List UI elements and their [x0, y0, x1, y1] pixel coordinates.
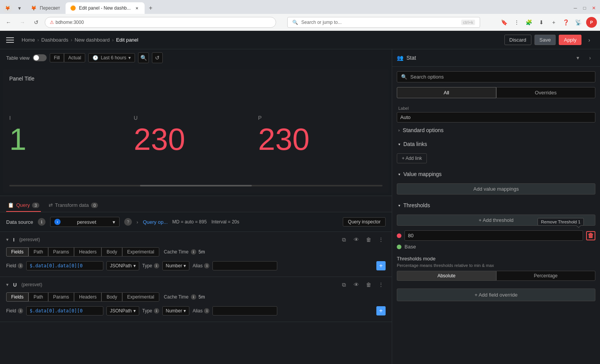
refresh-btn[interactable]: ↺: [152, 52, 163, 63]
download-btn[interactable]: ⬇: [537, 18, 546, 27]
copy-I-btn[interactable]: ⧉: [339, 235, 349, 244]
cache-time-I-info[interactable]: ℹ: [191, 249, 196, 255]
jsonpath-select-U[interactable]: JSONPath ▾: [106, 306, 139, 315]
data-links-header[interactable]: ▾ Data links: [397, 138, 595, 150]
fill-btn[interactable]: Fill: [50, 53, 64, 62]
tab-transform[interactable]: ⇄ Transform data 0: [47, 199, 100, 212]
subtab-U-path[interactable]: Path: [29, 292, 48, 302]
browser-tab-count[interactable]: 🦊: [3, 3, 12, 13]
field-input-U[interactable]: [26, 306, 103, 315]
subtab-I-params[interactable]: Params: [48, 247, 74, 257]
label-input[interactable]: [397, 112, 595, 122]
alias-input-I[interactable]: [212, 261, 277, 270]
new-tab-btn[interactable]: +: [146, 3, 155, 13]
help-btn[interactable]: ❓: [561, 18, 571, 27]
tab-query[interactable]: 📋 Query 3: [6, 199, 41, 212]
subtab-U-params[interactable]: Params: [48, 292, 74, 302]
time-picker[interactable]: 🕐 Last 6 hours ▾: [88, 53, 135, 62]
search-options-input[interactable]: 🔍 Search options: [397, 71, 595, 82]
back-btn[interactable]: ←: [3, 17, 14, 28]
tab-overrides[interactable]: Overrides: [496, 87, 596, 98]
copy-U-btn[interactable]: ⧉: [339, 280, 349, 289]
minimize-btn[interactable]: ─: [572, 5, 578, 11]
add-value-mapping-btn[interactable]: Add value mappings: [397, 183, 595, 195]
restore-btn[interactable]: □: [581, 5, 588, 11]
type-select-I[interactable]: Number ▾: [162, 261, 190, 270]
extensions-btn[interactable]: 🧩: [524, 18, 534, 27]
subtab-U-experimental[interactable]: Experimental: [122, 292, 159, 302]
more-I-btn[interactable]: ⋮: [376, 235, 386, 244]
delete-I-btn[interactable]: 🗑: [364, 235, 373, 244]
reload-btn[interactable]: ↺: [31, 17, 42, 28]
more-U-btn[interactable]: ⋮: [376, 280, 386, 289]
zoom-out-btn[interactable]: 🔍: [138, 52, 149, 63]
tab-list-btn[interactable]: ▾: [14, 3, 25, 13]
cache-time-U-info[interactable]: ℹ: [191, 294, 196, 300]
type-info-I[interactable]: ℹ: [154, 263, 159, 268]
add-link-btn[interactable]: + Add link: [397, 153, 427, 163]
alias-info-U[interactable]: ℹ: [204, 308, 209, 314]
toggle-U-btn[interactable]: 👁: [352, 280, 361, 289]
absolute-btn[interactable]: Absolute: [397, 271, 496, 281]
subtab-I-body[interactable]: Body: [101, 247, 122, 257]
breadcrumb-home[interactable]: Home: [22, 37, 35, 43]
datasource-help-btn[interactable]: ?: [124, 218, 132, 226]
subtab-I-path[interactable]: Path: [29, 247, 48, 257]
collapse-U-btn[interactable]: ▾: [6, 282, 8, 287]
query-options-link[interactable]: Query op...: [143, 219, 167, 225]
subtab-I-headers[interactable]: Headers: [74, 247, 101, 257]
subtab-U-body[interactable]: Body: [101, 292, 122, 302]
panel-chevron-down[interactable]: ▾: [572, 52, 583, 63]
subtab-I-experimental[interactable]: Experimental: [122, 247, 159, 257]
jsonpath-select-I[interactable]: JSONPath ▾: [106, 261, 139, 270]
search-bar[interactable]: 🔍 Search or jump to... ctrl+k: [287, 17, 480, 28]
add-btn[interactable]: +: [549, 18, 558, 27]
profile-avatar[interactable]: P: [586, 17, 597, 28]
alias-input-U[interactable]: [212, 306, 277, 315]
close-tab-btn[interactable]: ✕: [134, 5, 140, 11]
more-btn[interactable]: ⋮: [512, 18, 521, 27]
threshold-80-delete[interactable]: 🗑: [586, 231, 595, 240]
query-inspector-btn[interactable]: Query inspector: [343, 217, 386, 226]
address-bar[interactable]: ⚠ bdhome:3000: [45, 17, 276, 28]
panel-expand-right[interactable]: ›: [585, 52, 595, 63]
threshold-80-input[interactable]: [404, 230, 583, 241]
actual-btn[interactable]: Actual: [64, 53, 85, 62]
subtab-U-fields[interactable]: Fields: [6, 292, 29, 302]
feed-btn[interactable]: 📡: [574, 18, 583, 27]
panel-type-selector[interactable]: 👥 Stat: [397, 55, 569, 61]
breadcrumb-dashboards[interactable]: Dashboards: [41, 37, 68, 43]
toggle-switch-control[interactable]: [33, 54, 47, 61]
percentage-btn[interactable]: Percentage: [496, 271, 596, 281]
hamburger-menu[interactable]: [6, 35, 15, 45]
save-button[interactable]: Save: [534, 35, 556, 45]
type-info-U[interactable]: ℹ: [154, 308, 159, 314]
alias-info-I[interactable]: ℹ: [204, 263, 209, 268]
standard-options-header[interactable]: › Standard options: [397, 124, 595, 136]
thresholds-header[interactable]: ▾ Thresholds: [397, 199, 595, 211]
type-select-U[interactable]: Number ▾: [162, 306, 190, 315]
table-view-toggle[interactable]: Table view: [6, 54, 47, 61]
expand-btn[interactable]: ›: [585, 35, 594, 45]
close-btn[interactable]: ✕: [591, 5, 597, 11]
field-info-I[interactable]: ℹ: [18, 263, 23, 268]
tab-all[interactable]: All: [397, 87, 496, 98]
add-field-I-btn[interactable]: +: [376, 261, 386, 270]
forward-btn[interactable]: →: [17, 17, 28, 28]
add-field-U-btn[interactable]: +: [376, 306, 386, 315]
datasource-info-btn[interactable]: ℹ: [38, 218, 46, 226]
toggle-I-btn[interactable]: 👁: [352, 235, 361, 244]
subtab-U-headers[interactable]: Headers: [74, 292, 101, 302]
delete-U-btn[interactable]: 🗑: [364, 280, 373, 289]
field-input-I[interactable]: [26, 261, 103, 270]
tab-peresvet[interactable]: 🦊 Пересвет: [26, 2, 65, 14]
bookmark-btn[interactable]: 🔖: [500, 18, 509, 27]
collapse-I-btn[interactable]: ▾: [6, 237, 8, 242]
value-mappings-header[interactable]: ▾ Value mappings: [397, 168, 595, 180]
breadcrumb-new-dashboard[interactable]: New dashboard: [74, 37, 110, 43]
apply-button[interactable]: Apply: [559, 35, 581, 45]
add-field-override-btn[interactable]: + Add field override: [397, 289, 595, 301]
discard-button[interactable]: Discard: [504, 35, 531, 45]
datasource-select[interactable]: i peresvet ▾: [50, 217, 120, 227]
field-info-U[interactable]: ℹ: [18, 308, 23, 314]
